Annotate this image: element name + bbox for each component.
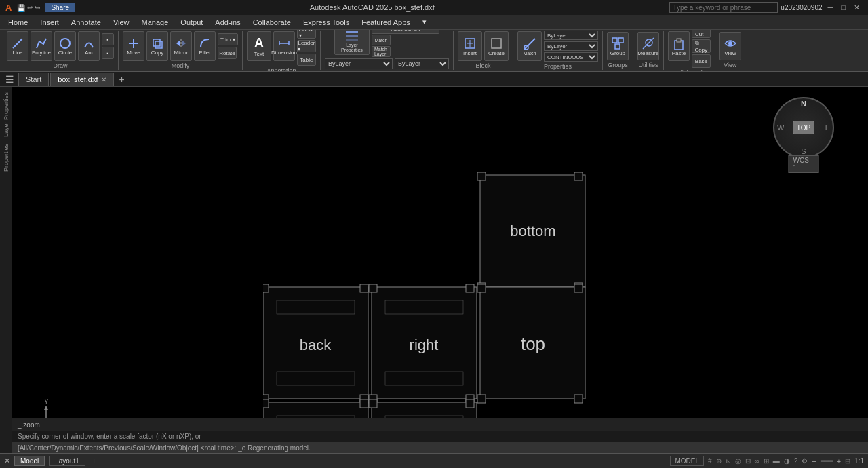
model-tab[interactable]: Model [14, 456, 45, 466]
command-line-2: Specify corner of window, enter a scale … [12, 431, 868, 442]
menu-home[interactable]: Home [3, 17, 33, 28]
compass-west: W [777, 123, 784, 132]
bottom-right-controls: MODEL # ⊕ ⊾ ◎ ⊡ ∞ ⊞ ▬ ◑ ? ⚙ − ━━━ + ⊟ 1:… [670, 456, 864, 466]
linear-tool[interactable]: Linear ▾ [297, 30, 316, 39]
ortho-icon[interactable]: ⊾ [726, 457, 731, 465]
match-properties-button[interactable]: Match [517, 31, 542, 61]
measure-button[interactable]: Measure [637, 32, 659, 60]
menu-output[interactable]: Output [175, 17, 208, 28]
create-block-button[interactable]: Create [484, 31, 509, 61]
close-cmd-button[interactable]: ✕ [4, 456, 10, 465]
text-tool[interactable]: A Text [247, 31, 271, 61]
menu-manage[interactable]: Manage [136, 17, 174, 28]
svg-rect-44 [466, 284, 474, 292]
transparency-icon[interactable]: ◑ [784, 457, 790, 465]
menu-insert[interactable]: Insert [35, 17, 64, 28]
svg-rect-51 [477, 284, 486, 292]
properties-group-label: Properties [544, 63, 572, 70]
mirror-tool[interactable]: Mirror [170, 31, 192, 61]
svg-text:top: top [521, 334, 545, 354]
compass-south: S [801, 147, 806, 155]
line-tool[interactable]: Line [7, 31, 28, 61]
sc-icon[interactable]: ⚙ [802, 457, 808, 465]
layer-properties-sidebar[interactable]: Layer Properties [3, 90, 9, 140]
menu-featured[interactable]: Featured Apps [356, 17, 416, 28]
linetype-select[interactable]: ByLayer [544, 41, 598, 51]
svg-rect-66 [466, 399, 474, 408]
ribbon: Line Polyline Circle Arc ▪ ▪ Draw [0, 30, 868, 72]
main-canvas[interactable]: N S E W TOP WCS 1 bottom [12, 87, 868, 468]
group-button[interactable]: Group [607, 32, 629, 60]
tab-close-icon[interactable]: ✕ [101, 76, 106, 83]
base-button[interactable]: Base [692, 54, 711, 68]
compass-top-button[interactable]: TOP [793, 121, 814, 134]
tab-start-label: Start [26, 75, 41, 83]
add-tab-button[interactable]: + [115, 74, 129, 85]
menu-express[interactable]: Express Tools [298, 17, 355, 28]
osnap-icon[interactable]: ⊡ [745, 457, 751, 465]
menu-bar: Home Insert Annotate View Manage Output … [0, 15, 868, 30]
layer-select[interactable]: ByLayer [325, 58, 393, 69]
svg-point-26 [728, 41, 732, 45]
circle-tool[interactable]: Circle [54, 31, 76, 61]
tab-main[interactable]: box_stef.dxf ✕ [50, 73, 113, 86]
snap-icon[interactable]: ⊕ [716, 457, 722, 465]
insert-block-button[interactable]: Insert [458, 31, 482, 61]
svg-marker-6 [182, 40, 186, 47]
lineweight-select[interactable]: CONTINUOUS [544, 52, 598, 62]
menu-toggle[interactable]: ☰ [3, 74, 17, 85]
minimize-button[interactable]: ─ [825, 3, 836, 12]
svg-text:right: right [410, 336, 439, 353]
copy-clipboard-button[interactable]: ⧉ Copy [692, 39, 711, 53]
polar-icon[interactable]: ◎ [735, 457, 741, 465]
maximize-button[interactable]: □ [838, 3, 848, 12]
table-tool[interactable]: Table [297, 54, 316, 66]
layout1-tab[interactable]: Layout1 [49, 456, 85, 466]
viewport-controls[interactable]: ⊟ [845, 457, 850, 465]
fillet-tool[interactable]: Fillet [194, 31, 216, 61]
menu-view[interactable]: View [108, 17, 135, 28]
svg-rect-57 [263, 399, 269, 408]
dynin-icon[interactable]: ⊞ [764, 457, 769, 465]
share-button[interactable]: Share [45, 3, 75, 12]
svg-rect-54 [574, 395, 583, 403]
otrack-icon[interactable]: ∞ [755, 457, 760, 465]
move-tool[interactable]: Move [123, 31, 144, 61]
lw-icon[interactable]: ▬ [773, 457, 780, 465]
cut-button[interactable]: ✂ Cut [692, 30, 711, 38]
add-layout-button[interactable]: + [90, 457, 99, 465]
tab-start[interactable]: Start [18, 73, 49, 86]
color-select[interactable]: ByLayer [544, 31, 598, 40]
leader-tool[interactable]: Leader ▾ [297, 40, 316, 52]
menu-addins[interactable]: Add-ins [210, 17, 245, 28]
wcs-label: WCS 1 [789, 155, 819, 173]
svg-rect-36 [360, 284, 368, 292]
grid-icon[interactable]: # [708, 457, 712, 465]
menu-more[interactable]: ▾ [417, 16, 432, 28]
arc-tool[interactable]: Arc [78, 31, 100, 61]
match-tool[interactable]: Match [372, 35, 391, 45]
copy-tool[interactable]: Copy [146, 31, 168, 61]
rotate-tool[interactable]: Rotate [218, 47, 237, 59]
layer-properties-button[interactable]: Layer Properties [334, 30, 370, 55]
menu-annotate[interactable]: Annotate [66, 17, 106, 28]
draw-more-2[interactable]: ▪ [102, 47, 114, 59]
paste-button[interactable]: Paste [668, 31, 690, 61]
search-input[interactable] [669, 2, 778, 13]
zoom-in-button[interactable]: + [837, 457, 841, 465]
view-button[interactable]: View [719, 32, 741, 60]
trim-tool[interactable]: Trim ▾ [218, 33, 238, 45]
dimension-tool[interactable]: Dimension [273, 31, 295, 61]
draw-more-1[interactable]: ▪ [102, 33, 114, 45]
match-layer-button[interactable]: Match Layer [372, 46, 391, 57]
zoom-out-button[interactable]: − [812, 457, 816, 465]
annotation-scale[interactable]: 1:1 [854, 457, 864, 465]
polyline-tool[interactable]: Polyline [31, 31, 52, 61]
make-current-button[interactable]: Make Current [372, 30, 439, 34]
properties-sidebar[interactable]: Properties [3, 141, 9, 174]
view-group-label: View [724, 62, 736, 69]
menu-collaborate[interactable]: Collaborate [248, 17, 296, 28]
qp-icon[interactable]: ? [794, 457, 798, 465]
close-button[interactable]: ✕ [851, 3, 863, 12]
layer-select2[interactable]: ByLayer [395, 58, 449, 69]
